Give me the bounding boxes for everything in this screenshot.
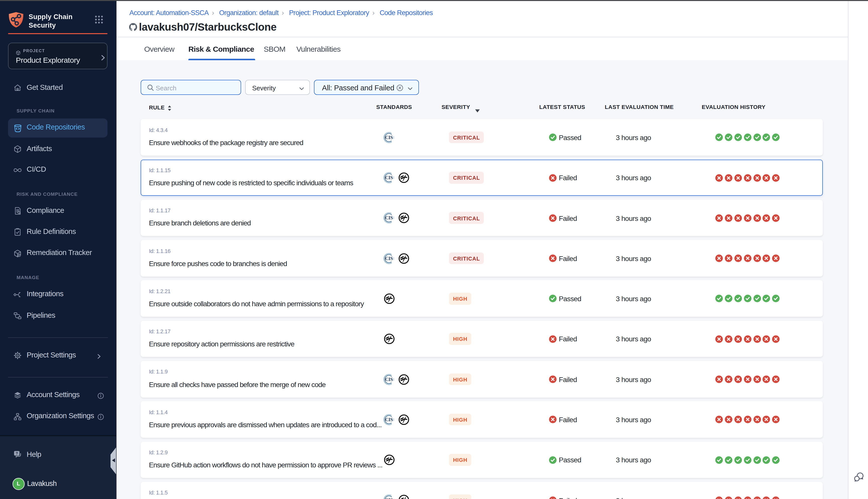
svg-text:CIS: CIS [385,135,393,140]
svg-text:?: ? [15,451,18,455]
svg-text:CIS: CIS [385,498,393,499]
svg-text:CIS: CIS [385,256,393,261]
svg-text:CIS: CIS [385,417,393,422]
svg-text:CIS: CIS [385,215,393,221]
svg-text:CIS: CIS [385,377,393,382]
svg-text:CIS: CIS [385,175,393,180]
